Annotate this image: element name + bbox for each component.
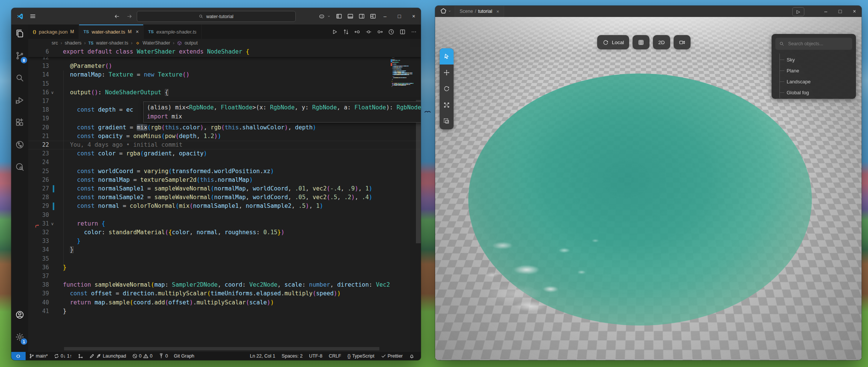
code-line-34[interactable]: 34 }: [28, 246, 421, 254]
nav-forward-icon[interactable]: [377, 29, 383, 35]
viewport-button-camera[interactable]: [674, 35, 691, 49]
tool-cursor[interactable]: [440, 48, 454, 64]
breadcrumb-item[interactable]: output: [185, 40, 198, 46]
app-logo-icon[interactable]: [440, 8, 447, 15]
code-line-28[interactable]: 28 const normalSample2 = sampleWaveNorma…: [28, 193, 421, 202]
status-encoding[interactable]: UTF-8: [306, 352, 325, 360]
more-icon[interactable]: [411, 29, 417, 35]
code-line-36[interactable]: 36}: [28, 263, 421, 272]
code-line-39[interactable]: 39 const offset = direction.multiplyScal…: [28, 289, 421, 298]
fold-chevron-icon[interactable]: ∨: [51, 88, 54, 97]
code-line-14[interactable]: 14 normalMap: Texture = new Texture(): [28, 71, 421, 79]
code-line-13[interactable]: 13 @Parameter(): [28, 62, 421, 71]
status-notifications[interactable]: [406, 352, 417, 360]
code-line-33[interactable]: 33 }: [28, 237, 421, 246]
object-item-sky[interactable]: Sky: [780, 54, 856, 65]
close-button[interactable]: ×: [847, 6, 862, 17]
minimize-button[interactable]: –: [378, 8, 392, 25]
horizontal-scrollbar[interactable]: [64, 347, 379, 350]
tool-move[interactable]: [440, 64, 454, 81]
code-line-41[interactable]: 41}: [28, 307, 421, 316]
timeline-icon[interactable]: [388, 29, 394, 35]
status-problems[interactable]: 00: [130, 352, 155, 360]
minimize-button[interactable]: –: [819, 6, 833, 17]
viewport-button-local[interactable]: Local: [597, 35, 629, 49]
minimap[interactable]: [391, 48, 415, 142]
scene-tab-close-icon[interactable]: ×: [496, 9, 499, 14]
scene-tab[interactable]: Scene / tutorial ×: [455, 6, 504, 17]
command-center-search[interactable]: water-tutorial: [137, 11, 296, 22]
layout-custom-icon[interactable]: [370, 13, 376, 20]
status-git-graph-action[interactable]: [75, 352, 86, 360]
object-item-global-fog[interactable]: Global fog: [780, 87, 856, 98]
fold-chevron-icon[interactable]: ∨: [51, 220, 54, 228]
code-line-16[interactable]: 16∨ output(): NodeShaderOutput {: [28, 88, 421, 97]
tool-rotate[interactable]: [440, 81, 454, 97]
sidebar-item-gear[interactable]: 1: [11, 328, 28, 346]
play-scene-button[interactable]: ▷: [792, 7, 804, 16]
code-line-23[interactable]: 23 const color = rgba(gradient, opacity): [28, 149, 421, 158]
layout-sidebar-right-icon[interactable]: [358, 13, 365, 20]
play-icon[interactable]: [332, 29, 338, 35]
code-line-32[interactable]: 32 color: standardMaterial({color, norma…: [28, 228, 421, 237]
breadcrumb[interactable]: src›shaders›TSwater-shader.ts›WaterShade…: [28, 39, 421, 47]
code-line-31[interactable]: 31∨ return {: [28, 220, 421, 228]
code-line-30[interactable]: 30: [28, 211, 421, 220]
nav-back-arrow-icon[interactable]: [114, 13, 120, 20]
object-item-plane[interactable]: Plane: [780, 65, 856, 76]
nav-forward-arrow-icon[interactable]: [126, 13, 133, 20]
tab-water-shader.ts[interactable]: TSwater-shader.tsM×: [79, 25, 144, 39]
code-line-25[interactable]: 25 const worldCoord = varying(transforme…: [28, 167, 421, 176]
tool-rect-select[interactable]: [440, 113, 454, 129]
status-formatter[interactable]: Prettier: [378, 352, 405, 360]
tab-example-shader.ts[interactable]: TSexample-shader.ts: [144, 25, 201, 39]
search-objects-input[interactable]: [775, 38, 852, 50]
app-menu-chevron-icon[interactable]: [448, 9, 452, 13]
status-git-graph-label[interactable]: Git Graph: [171, 352, 197, 360]
layout-panel-icon[interactable]: [347, 13, 354, 20]
status-launchpad[interactable]: Launchpad: [87, 352, 129, 360]
code-line-40[interactable]: 40 return map.sample(coord.add(offset).m…: [28, 298, 421, 307]
tool-scale[interactable]: [440, 97, 454, 113]
sidebar-item-extensions[interactable]: [11, 114, 28, 131]
code-line-37[interactable]: 37: [28, 272, 421, 281]
breadcrumb-item[interactable]: water-shader.ts: [96, 40, 128, 46]
search-objects-field[interactable]: [787, 41, 845, 47]
menu-hamburger-icon[interactable]: [29, 13, 36, 20]
close-button[interactable]: ×: [406, 8, 421, 25]
viewport-button-2d[interactable]: 2D: [653, 35, 670, 49]
code-line-15[interactable]: 15: [28, 80, 421, 88]
maximize-button[interactable]: □: [392, 8, 406, 25]
tab-package.json[interactable]: {}package.jsonM: [28, 25, 79, 39]
status-indentation[interactable]: Spaces: 2: [279, 352, 306, 360]
maximize-button[interactable]: □: [833, 6, 847, 17]
sticky-scroll-line[interactable]: 6export default class WaterShader extend…: [28, 47, 421, 57]
code-line-26[interactable]: 26 const normalMap = textureSampler2d(th…: [28, 176, 421, 184]
tab-close-icon[interactable]: ×: [136, 29, 139, 35]
breadcrumb-item[interactable]: shaders: [65, 40, 81, 46]
code-line-35[interactable]: 35: [28, 255, 421, 263]
sidebar-item-debug[interactable]: [11, 91, 28, 109]
status-language-mode[interactable]: {}TypeScript: [345, 352, 377, 360]
status-sync-changes[interactable]: 0↓ 1↑: [51, 352, 75, 360]
object-item-landscape[interactable]: Landscape: [780, 76, 856, 87]
code-line-21[interactable]: 21 const opacity = oneMinus(pow(depth, 1…: [28, 132, 421, 141]
code-editor[interactable]: 1213 @Parameter()14 normalMap: Texture =…: [28, 47, 421, 352]
status-remote-indicator[interactable]: [11, 352, 26, 360]
split-editor-icon[interactable]: [399, 29, 406, 35]
code-line-27[interactable]: 27 const normalSample1 = sampleWaveNorma…: [28, 184, 421, 193]
breadcrumb-item[interactable]: src: [52, 40, 58, 46]
sidebar-item-source-control[interactable]: 8: [11, 47, 28, 64]
nav-dot-icon[interactable]: [365, 29, 372, 35]
chevron-down-icon[interactable]: [327, 14, 331, 18]
sidebar-item-gitlens[interactable]: [11, 158, 28, 176]
layout-sidebar-left-icon[interactable]: [336, 13, 342, 20]
viewport-button-grid[interactable]: [633, 35, 649, 49]
nav-back-icon[interactable]: [354, 29, 361, 35]
sidebar-item-git-graph-circle[interactable]: [11, 136, 28, 154]
breadcrumb-item[interactable]: WaterShader: [143, 40, 170, 46]
code-line-24[interactable]: 24: [28, 158, 421, 167]
status-ports[interactable]: 0: [156, 352, 171, 360]
code-line-22[interactable]: 22 You, 4 days ago • initial commit: [28, 141, 421, 149]
status-branch-main[interactable]: main*: [26, 352, 50, 360]
